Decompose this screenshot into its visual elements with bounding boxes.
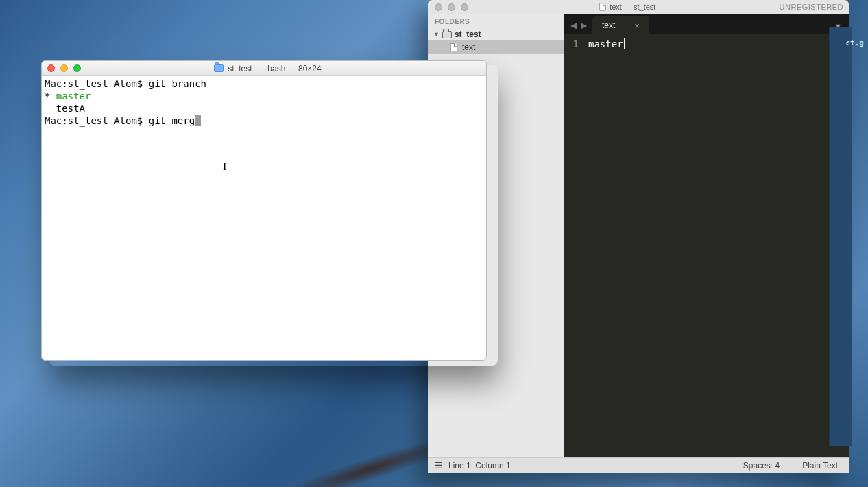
editor-pane: ◀ ▶ text × ▼ 1 master <box>564 14 849 457</box>
tab-active[interactable]: text × <box>592 16 649 34</box>
sidebar-folder-label: st_test <box>455 29 481 39</box>
nav-back-icon[interactable]: ◀ <box>570 21 577 30</box>
folder-icon <box>442 31 452 38</box>
tab-close-icon[interactable]: × <box>634 21 640 31</box>
sublime-title: text — st_test <box>475 2 780 12</box>
minimize-icon[interactable] <box>60 64 68 72</box>
code-editor[interactable]: 1 master <box>564 34 849 457</box>
minimize-icon[interactable] <box>448 3 455 11</box>
sidebar-file-label: text <box>462 43 475 52</box>
status-indent[interactable]: Spaces: 4 <box>732 458 791 474</box>
close-icon[interactable] <box>435 3 442 11</box>
sublime-titlebar[interactable]: text — st_test UNREGISTERED <box>428 0 849 14</box>
terminal-body[interactable]: Mac:st_test Atom$ git branch * master te… <box>42 76 486 128</box>
zoom-icon[interactable] <box>73 64 81 72</box>
terminal-titlebar[interactable]: st_test — -bash — 80×24 <box>42 61 486 76</box>
terminal-line: * master <box>45 91 91 102</box>
gutter: 1 <box>564 34 584 457</box>
unregistered-label: UNREGISTERED <box>780 3 849 11</box>
text-cursor <box>624 38 625 49</box>
terminal-line: Mac:st_test Atom$ git merg <box>45 115 195 126</box>
tab-bar[interactable]: ◀ ▶ text × ▼ <box>564 14 849 34</box>
terminal-line: Mac:st_test Atom$ git branch <box>45 78 206 89</box>
nav-forward-icon[interactable]: ▶ <box>581 21 587 30</box>
sidebar-toggle-icon[interactable]: ☰ <box>435 460 443 471</box>
text-cursor-pointer-icon: I <box>223 161 226 173</box>
terminal-line: testA <box>45 103 85 114</box>
close-icon[interactable] <box>47 64 55 72</box>
tab-label: text <box>602 21 615 30</box>
zoom-icon[interactable] <box>461 3 468 11</box>
background-window-tab: ct.g <box>846 38 865 47</box>
status-position[interactable]: Line 1, Column 1 <box>448 461 511 471</box>
sidebar-folder[interactable]: ▼ st_test <box>428 28 564 40</box>
sublime-traffic-lights[interactable] <box>428 3 475 11</box>
tab-overflow-icon[interactable]: ▼ <box>834 22 849 34</box>
terminal-cursor <box>195 115 201 126</box>
terminal-window: st_test — -bash — 80×24 Mac:st_test Atom… <box>41 60 487 361</box>
sidebar-header: FOLDERS <box>428 14 564 28</box>
sidebar-file[interactable]: text <box>428 40 564 54</box>
status-syntax[interactable]: Plain Text <box>791 458 849 474</box>
code-content[interactable]: master <box>584 34 625 457</box>
file-icon <box>450 43 457 51</box>
status-bar[interactable]: ☰ Line 1, Column 1 Spaces: 4 Plain Text <box>428 457 849 473</box>
file-icon <box>599 3 606 10</box>
disclosure-triangle-icon[interactable]: ▼ <box>433 31 439 38</box>
terminal-title: st_test — -bash — 80×24 <box>86 64 449 73</box>
